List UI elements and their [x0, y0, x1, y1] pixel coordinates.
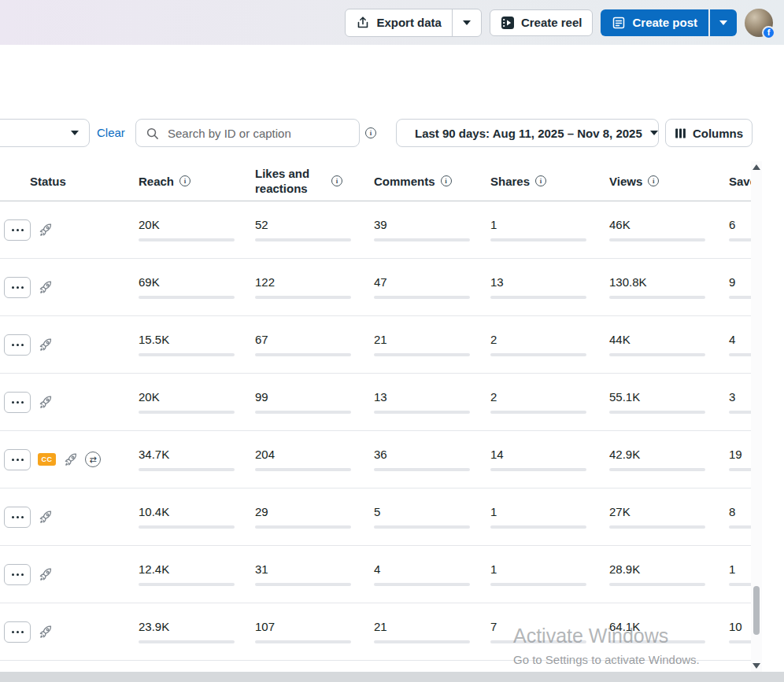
dots-icon: [12, 516, 14, 518]
metric-value: 13: [490, 275, 603, 289]
metric-value: 99: [255, 390, 368, 404]
metric-value: 20K: [139, 218, 249, 231]
rocket-icon: [38, 337, 53, 352]
shares-cell: 1: [484, 562, 603, 586]
filter-dropdown[interactable]: [0, 119, 90, 147]
metric-value: 13: [374, 390, 484, 404]
row-options-button[interactable]: [4, 564, 31, 585]
export-data-button[interactable]: Export data: [346, 9, 452, 36]
info-icon[interactable]: i: [331, 175, 342, 186]
scroll-up-arrow-icon[interactable]: [753, 164, 760, 170]
create-reel-button[interactable]: Create reel: [490, 9, 594, 36]
search-icon: [146, 127, 159, 140]
metric-bar: [490, 640, 586, 643]
views-cell: 64.1K: [603, 620, 723, 643]
clear-filters-link[interactable]: Clear: [97, 126, 125, 139]
metric-value: 21: [374, 620, 484, 633]
column-header-reach: Reach i: [132, 175, 249, 188]
info-icon[interactable]: i: [535, 175, 546, 186]
create-post-dropdown-button[interactable]: [710, 9, 737, 36]
rocket-icon: [63, 452, 78, 467]
row-options-button[interactable]: [4, 507, 31, 528]
metric-bar: [255, 583, 351, 586]
reach-cell: 12.4K: [132, 562, 249, 586]
scroll-down-arrow-icon[interactable]: [753, 663, 760, 669]
table-header: Status Reach i Likes and reactions i Com…: [0, 161, 784, 201]
table-body: 20K 52 39 1 46K 6: [0, 201, 784, 661]
metric-value: 39: [374, 218, 484, 231]
row-options-button[interactable]: [4, 277, 31, 298]
boost-post-button[interactable]: [63, 452, 78, 467]
likes-cell: 99: [249, 390, 368, 414]
column-header-comments: Comments i: [368, 175, 484, 188]
comments-cell: 36: [368, 448, 484, 471]
metric-value: 23.9K: [139, 620, 249, 633]
row-options-button[interactable]: [4, 334, 31, 356]
boost-post-button[interactable]: [38, 567, 53, 582]
metric-value: 69K: [139, 275, 249, 289]
columns-button[interactable]: Columns: [665, 119, 753, 147]
row-status-cell: [0, 564, 132, 585]
metric-bar: [609, 411, 705, 414]
info-icon[interactable]: i: [648, 175, 659, 186]
metric-value: 64.1K: [609, 620, 723, 633]
likes-cell: 52: [249, 218, 368, 241]
shares-cell: 2: [484, 390, 603, 414]
facebook-badge-icon: f: [762, 26, 775, 39]
metric-bar: [255, 296, 351, 299]
boost-post-button[interactable]: [38, 395, 53, 410]
dots-icon: [12, 344, 14, 346]
create-post-button[interactable]: Create post: [601, 9, 708, 36]
search-info-icon[interactable]: i: [365, 127, 376, 138]
metric-bar: [139, 296, 235, 299]
info-icon[interactable]: i: [441, 175, 452, 186]
metric-bar: [139, 353, 235, 356]
export-data-dropdown-button[interactable]: [452, 9, 481, 36]
metric-value: 130.8K: [609, 275, 723, 289]
dots-icon: [12, 459, 14, 461]
boost-post-button[interactable]: [38, 337, 53, 352]
metric-bar: [490, 468, 586, 471]
metric-value: 55.1K: [609, 390, 723, 404]
table-row: 23.9K 107 21 7 64.1K 10: [0, 603, 784, 661]
reach-cell: 34.7K: [132, 448, 249, 471]
info-icon[interactable]: i: [179, 175, 190, 186]
row-status-cell: [0, 277, 132, 298]
metric-bar: [609, 583, 705, 586]
export-icon: [356, 16, 370, 30]
table-row: CC ⇄ 34.7K 204 36 14: [0, 431, 784, 488]
rocket-icon: [38, 567, 53, 582]
boost-post-button[interactable]: [38, 510, 53, 525]
metric-bar: [490, 525, 586, 529]
metric-bar: [255, 468, 351, 471]
row-options-button[interactable]: [4, 392, 31, 413]
date-range-button[interactable]: Last 90 days: Aug 11, 2025 – Nov 8, 2025: [396, 119, 659, 147]
vertical-scrollbar[interactable]: [751, 161, 762, 673]
row-options-button[interactable]: [4, 449, 31, 470]
horizontal-scrollbar-track[interactable]: [0, 672, 784, 682]
export-data-split-button: Export data: [345, 9, 482, 37]
boost-post-button[interactable]: [38, 280, 53, 295]
metric-value: 46K: [609, 218, 723, 231]
row-options-button[interactable]: [4, 621, 31, 643]
metric-bar: [139, 468, 235, 471]
scrollbar-thumb[interactable]: [753, 586, 760, 635]
profile-avatar[interactable]: f: [745, 9, 773, 37]
metric-value: 15.5K: [139, 333, 249, 346]
shares-cell: 1: [484, 218, 603, 241]
metric-bar: [374, 583, 470, 586]
rocket-icon: [38, 280, 53, 295]
boost-post-button[interactable]: [38, 625, 53, 640]
comments-cell: 5: [368, 505, 484, 529]
search-input[interactable]: [166, 126, 349, 141]
chevron-down-icon: [463, 20, 471, 25]
metric-value: 14: [490, 448, 603, 461]
boost-post-button[interactable]: [38, 223, 53, 238]
metric-bar: [609, 525, 705, 529]
row-options-button[interactable]: [4, 219, 31, 241]
metric-bar: [139, 525, 235, 529]
dots-icon: [12, 631, 14, 633]
metric-value: 20K: [139, 390, 249, 404]
table-row: 69K 122 47 13 130.8K 9: [0, 259, 784, 316]
comments-cell: 39: [368, 218, 484, 241]
